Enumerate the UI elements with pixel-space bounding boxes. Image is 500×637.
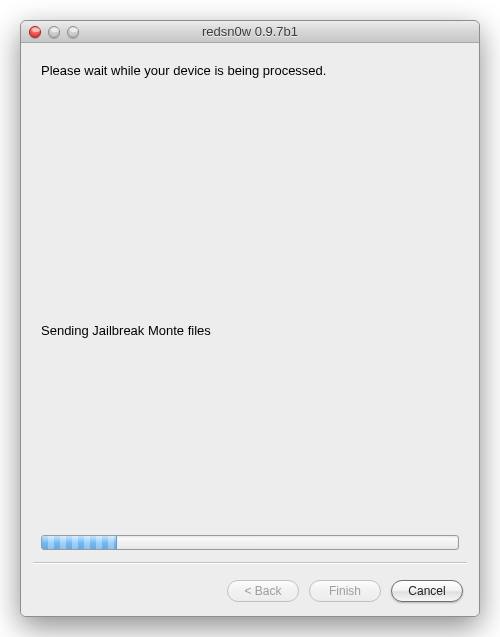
wizard-buttons: < Back Finish Cancel — [227, 580, 463, 602]
app-window: redsn0w 0.9.7b1 Please wait while your d… — [20, 20, 480, 617]
separator — [33, 562, 467, 564]
progress-area — [41, 535, 459, 550]
finish-button: Finish — [309, 580, 381, 602]
close-icon[interactable] — [29, 26, 41, 38]
window-title: redsn0w 0.9.7b1 — [21, 24, 479, 39]
minimize-icon[interactable] — [48, 26, 60, 38]
back-button: < Back — [227, 580, 299, 602]
cancel-button[interactable]: Cancel — [391, 580, 463, 602]
status-text: Sending Jailbreak Monte files — [41, 323, 211, 338]
zoom-icon[interactable] — [67, 26, 79, 38]
instruction-text: Please wait while your device is being p… — [41, 63, 459, 78]
progress-fill — [42, 536, 117, 549]
titlebar: redsn0w 0.9.7b1 — [21, 21, 479, 43]
content-area: Please wait while your device is being p… — [21, 43, 479, 616]
progress-bar — [41, 535, 459, 550]
traffic-lights — [21, 26, 79, 38]
